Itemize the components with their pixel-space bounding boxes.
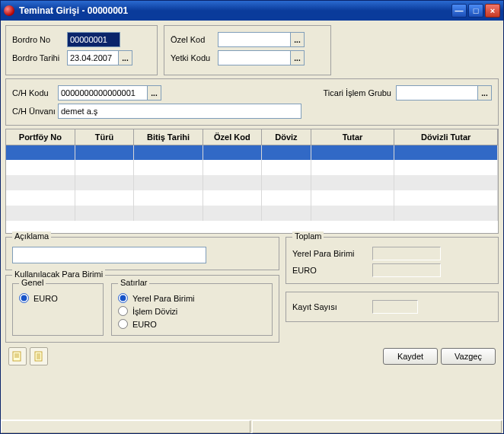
yetki-kodu-lookup-button[interactable]: ... [291,50,305,65]
ch-kodu-input[interactable] [58,85,148,101]
bordro-tarihi-input[interactable] [67,50,119,65]
genel-legend: Genel [19,278,46,287]
genel-euro-label: EURO [33,294,58,303]
document-icon-button[interactable] [30,347,48,365]
kaydet-button[interactable]: Kaydet [383,348,438,365]
ch-kodu-lookup-button[interactable]: ... [148,85,161,101]
satirlar-yerel-label: Yerel Para Birimi [132,294,195,303]
bordro-tarihi-label: Bordro Tarihi [12,53,67,62]
button-bar: Kaydet Vazgeç [5,346,499,367]
toplam-group: Toplam Yerel Para Birimi EURO [285,237,499,284]
kod-group: Özel Kod ... Yetki Kodu ... [164,25,331,75]
ch-group: C/H Kodu ... Ticari İşlem Grubu ... C/H … [5,78,499,126]
satirlar-islem-label: İşlem Dövizi [132,307,177,316]
satirlar-legend: Satırlar [118,278,149,287]
status-cell [252,420,502,433]
ozel-kod-lookup-button[interactable]: ... [291,32,305,47]
ozel-kod-label: Özel Kod [171,35,218,44]
toplam-euro-label: EURO [292,266,372,275]
ozel-kod-input[interactable] [218,32,291,47]
title-bar[interactable]: Teminat Girişi - 00000001 — □ × [1,1,503,21]
kayit-sayisi-label: Kayıt Sayısı [292,302,372,311]
genel-group: Genel EURO [12,283,104,336]
vazgec-button[interactable]: Vazgeç [441,348,496,365]
ticari-islem-lookup-button[interactable]: ... [478,85,492,101]
table-row[interactable] [6,175,498,190]
maximize-button[interactable]: □ [468,4,483,18]
status-cell [1,420,250,433]
toplam-euro-value [372,263,441,277]
bordro-tarihi-picker-button[interactable]: ... [119,50,132,65]
col-portfoy-no[interactable]: Portföy No [6,129,75,145]
table-row[interactable] [6,190,498,206]
col-bitis-tarihi[interactable]: Bitiş Tarihi [134,129,203,145]
table-row[interactable] [6,206,498,221]
yetki-kodu-input[interactable] [218,50,291,65]
bordro-no-input[interactable] [67,32,120,47]
bordro-no-label: Bordro No [12,35,67,44]
col-turu[interactable]: Türü [75,129,133,145]
ticari-islem-input[interactable] [396,85,478,101]
col-doviz[interactable]: Döviz [262,129,311,145]
app-icon [4,5,14,16]
bordro-group: Bordro No Bordro Tarihi ... [5,25,158,75]
app-window: Teminat Girişi - 00000001 — □ × Bordro N… [0,0,504,434]
kayit-group: Kayıt Sayısı [285,292,499,322]
para-birimi-group: Kullanılacak Para Birimi Genel EURO [5,275,279,343]
satirlar-yerel-radio[interactable] [118,293,128,303]
satirlar-euro-label: EURO [132,320,157,329]
satirlar-group: Satırlar Yerel Para Birimi İşlem Dövizi [111,283,273,336]
ticari-islem-label: Ticari İşlem Grubu [324,88,391,97]
status-bar [1,420,503,433]
yetki-kodu-label: Yetki Kodu [171,53,218,62]
genel-euro-radio[interactable] [19,293,29,303]
toplam-yerel-value [372,247,441,260]
table-row[interactable] [6,160,498,175]
satirlar-islem-radio[interactable] [118,306,128,316]
data-grid[interactable]: Portföy No Türü Bitiş Tarihi Özel Kod Dö… [5,129,499,234]
close-button[interactable]: × [485,4,500,18]
aciklama-input[interactable] [12,247,206,263]
svg-rect-1 [35,352,42,361]
minimize-button[interactable]: — [451,4,467,18]
ch-unvani-input[interactable] [58,104,301,119]
window-title: Teminat Girişi - 00000001 [19,5,451,16]
table-row[interactable] [6,145,498,160]
aciklama-group: Açıklama [5,237,279,270]
ch-unvani-label: C/H Ünvanı [12,107,58,116]
toplam-legend: Toplam [292,231,324,241]
toplam-yerel-label: Yerel Para Birimi [292,249,372,258]
client-area: Bordro No Bordro Tarihi ... Özel Kod [1,21,503,420]
kayit-sayisi-value [372,300,418,314]
ch-kodu-label: C/H Kodu [12,88,58,97]
col-tutar[interactable]: Tutar [311,129,394,145]
col-dovizli-tutar[interactable]: Dövizli Tutar [394,129,498,145]
svg-rect-0 [13,352,21,361]
satirlar-euro-radio[interactable] [118,319,128,329]
note-icon-button[interactable] [8,347,27,365]
aciklama-legend: Açıklama [12,231,51,241]
col-ozel-kod[interactable]: Özel Kod [203,129,261,145]
